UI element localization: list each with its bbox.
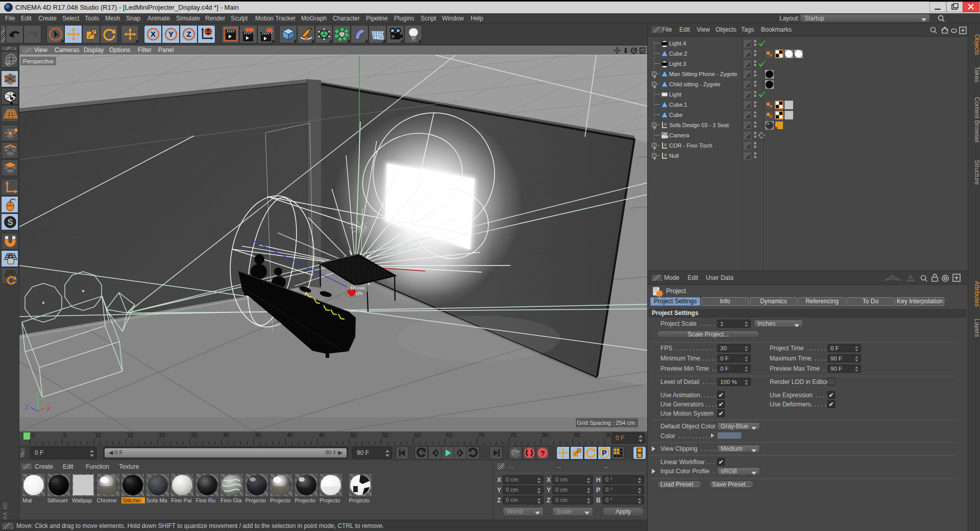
svg-text:60: 60 <box>414 432 421 438</box>
svg-text:Perspective: Perspective <box>23 58 54 64</box>
svg-text:Y: Y <box>168 30 174 38</box>
svg-text:40: 40 <box>286 432 292 438</box>
svg-text:25: 25 <box>191 432 197 438</box>
svg-text:Grid Spacing : 254 cm: Grid Spacing : 254 cm <box>577 420 635 426</box>
svg-text:10: 10 <box>95 432 101 438</box>
svg-text:80: 80 <box>542 432 548 438</box>
svg-text:5: 5 <box>63 432 66 438</box>
svg-text:35: 35 <box>255 432 261 438</box>
svg-text:85: 85 <box>574 432 580 438</box>
svg-text:90: 90 <box>606 432 610 438</box>
svg-text:Y: Y <box>35 391 39 398</box>
svg-text:X: X <box>46 405 51 413</box>
svg-text:o: o <box>664 152 667 157</box>
svg-text:30: 30 <box>223 432 229 438</box>
svg-text:70: 70 <box>478 432 484 438</box>
svg-text:o: o <box>664 122 667 127</box>
svg-text:15: 15 <box>127 432 133 438</box>
svg-text:Z: Z <box>24 404 28 411</box>
svg-text:Z: Z <box>186 30 191 38</box>
svg-text:o: o <box>664 142 667 147</box>
svg-text:0: 0 <box>31 432 34 438</box>
svg-text:?: ? <box>540 449 545 457</box>
svg-text:65: 65 <box>446 432 452 438</box>
svg-text:50: 50 <box>351 432 357 438</box>
svg-text:45: 45 <box>318 432 325 438</box>
svg-text:55: 55 <box>382 432 388 438</box>
svg-text:S: S <box>8 218 13 227</box>
svg-text:20: 20 <box>159 432 165 438</box>
svg-text:X: X <box>151 30 156 38</box>
svg-text:75: 75 <box>510 432 516 438</box>
svg-text:P: P <box>602 449 606 457</box>
